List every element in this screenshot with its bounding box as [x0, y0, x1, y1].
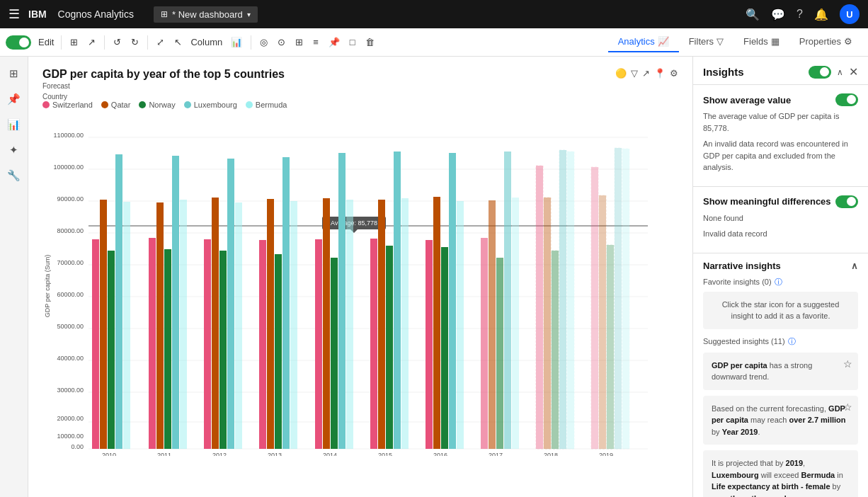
favorite-placeholder-text: Click the star icon for a suggested insi…	[722, 300, 840, 321]
legend-qatar: Qatar	[101, 101, 131, 109]
narrative-section: Narrative insights ∧ Favorite insights (…	[693, 253, 868, 498]
suggested-info-icon[interactable]: ⓘ	[788, 336, 796, 347]
tab-fields[interactable]: Fields ▦	[733, 32, 789, 52]
panel-chevron-up[interactable]: ∧	[837, 67, 843, 77]
svg-rect-45	[275, 254, 282, 449]
expand-btn[interactable]: ⤢	[152, 34, 169, 50]
chart-title: GDP per capita by year of the top 5 coun…	[42, 68, 287, 81]
dashboard-tab[interactable]: ⊞ * New dashboard ▾	[154, 6, 258, 23]
svg-rect-44	[267, 199, 274, 449]
time-btn[interactable]: ⊙	[273, 34, 290, 50]
panel-close-btn[interactable]: ✕	[849, 65, 858, 79]
suggested-label: Suggested insights (11)	[703, 337, 785, 345]
chart-link-btn[interactable]: ↗	[642, 68, 650, 79]
undo-btn[interactable]: ↺	[109, 34, 125, 50]
svg-rect-50	[331, 258, 338, 449]
table-btn[interactable]: ≡	[309, 34, 323, 50]
svg-rect-60	[441, 247, 448, 449]
notification-icon[interactable]: 🔔	[814, 8, 828, 21]
tab-chevron[interactable]: ▾	[247, 11, 251, 18]
panel-header-actions: ∧ ✕	[809, 65, 858, 79]
favorite-placeholder: Click the star icon for a suggested insi…	[703, 292, 858, 329]
tab-analytics[interactable]: Analytics 📈	[608, 32, 679, 52]
sidebar-icon-star[interactable]: ✦	[3, 139, 25, 161]
chart-filter-btn[interactable]: ▽	[631, 68, 638, 79]
target-btn[interactable]: ◎	[256, 34, 272, 50]
search-icon[interactable]: 🔍	[746, 8, 760, 21]
svg-rect-41	[227, 159, 234, 449]
svg-text:Average: 85,778: Average: 85,778	[331, 219, 377, 227]
narrative-chevron[interactable]: ∧	[851, 261, 858, 271]
chart-warning-btn[interactable]: 🟡	[615, 68, 627, 79]
pin-btn[interactable]: 📌	[324, 34, 344, 50]
svg-rect-61	[449, 153, 456, 449]
average-toggle[interactable]	[835, 93, 858, 106]
sidebar-icon-grid[interactable]: ⊞	[3, 62, 25, 85]
svg-rect-59	[433, 197, 440, 449]
topbar: ☰ IBM Cognos Analytics ⊞ * New dashboard…	[0, 0, 868, 28]
grid-btn[interactable]: ⊞	[291, 34, 307, 50]
svg-text:40000.00: 40000.00	[57, 355, 84, 362]
chat-icon[interactable]: 💬	[771, 8, 785, 21]
average-text-2: An invalid data record was encountered i…	[703, 138, 858, 173]
star-btn-2[interactable]: ☆	[843, 401, 852, 413]
square-btn[interactable]: □	[346, 34, 360, 50]
svg-text:0.00: 0.00	[71, 443, 84, 450]
redo-btn[interactable]: ↻	[127, 34, 143, 50]
tab-properties[interactable]: Properties ⚙	[789, 32, 862, 52]
svg-text:2010: 2010	[102, 452, 116, 456]
favorite-info-icon[interactable]: ⓘ	[775, 277, 782, 287]
differences-toggle[interactable]	[835, 195, 858, 208]
svg-rect-76	[615, 148, 622, 449]
svg-rect-35	[164, 249, 171, 449]
help-icon[interactable]: ?	[796, 8, 803, 21]
svg-rect-51	[338, 153, 346, 449]
svg-text:2017: 2017	[489, 452, 503, 456]
edit-toggle[interactable]: Edit	[6, 35, 57, 50]
svg-rect-65	[496, 258, 503, 449]
chart-settings-btn[interactable]: ⚙	[670, 68, 678, 79]
avatar[interactable]: U	[840, 4, 860, 24]
analytics-label: Analytics	[618, 36, 655, 47]
svg-rect-64	[489, 200, 496, 449]
menu-icon[interactable]: ☰	[8, 6, 20, 22]
differences-section: Show meaningful differences None found I…	[693, 187, 868, 253]
svg-rect-57	[401, 198, 409, 449]
fields-label: Fields	[743, 36, 768, 47]
sidebar-icon-pin[interactable]: 📌	[3, 88, 25, 110]
main-layout: ⊞ 📌 📊 ✦ 🔧 GDP per capita by year of the …	[0, 57, 868, 497]
column-chart-btn[interactable]: 📊	[227, 34, 246, 50]
toggle-switch[interactable]	[6, 35, 31, 50]
legend-label-bermuda: Bermuda	[256, 101, 287, 109]
left-sidebar: ⊞ 📌 📊 ✦ 🔧	[0, 57, 28, 497]
panel-header: Insights ∧ ✕	[693, 57, 868, 85]
sidebar-icon-tool[interactable]: 🔧	[3, 164, 25, 187]
column-label: Column	[188, 37, 225, 47]
svg-text:80000.00: 80000.00	[57, 227, 84, 234]
separator-1	[61, 35, 62, 50]
svg-rect-52	[346, 200, 353, 449]
legend: Switzerland Qatar Norway Luxembourg	[42, 101, 287, 109]
svg-rect-63	[481, 238, 488, 449]
svg-text:60000.00: 60000.00	[57, 291, 84, 298]
pointer-btn[interactable]: ↖	[170, 34, 186, 50]
svg-text:90000.00: 90000.00	[57, 195, 84, 202]
svg-rect-72	[567, 152, 574, 449]
chart-title-group: GDP per capita by year of the top 5 coun…	[42, 68, 287, 113]
chart-svg-container: 110000.00 100000.00 90000.00 80000.00 70…	[42, 116, 678, 458]
chart-header: GDP per capita by year of the top 5 coun…	[42, 68, 678, 113]
tab-filters[interactable]: Filters ▽	[679, 32, 733, 52]
share-btn[interactable]: ↗	[84, 34, 100, 50]
legend-norway: Norway	[139, 101, 175, 109]
svg-rect-28	[92, 239, 99, 449]
svg-text:100000.00: 100000.00	[53, 164, 84, 171]
svg-rect-32	[123, 202, 130, 449]
svg-text:2014: 2014	[323, 452, 337, 456]
chart-pin-btn[interactable]: 📍	[654, 68, 666, 79]
delete-btn[interactable]: 🗑	[361, 34, 379, 50]
sidebar-icon-chart[interactable]: 📊	[3, 113, 25, 136]
panel-main-toggle[interactable]	[809, 66, 831, 79]
analytics-icon: 📈	[658, 36, 669, 47]
star-btn-1[interactable]: ☆	[843, 358, 852, 370]
layout-btn[interactable]: ⊞	[66, 34, 82, 50]
